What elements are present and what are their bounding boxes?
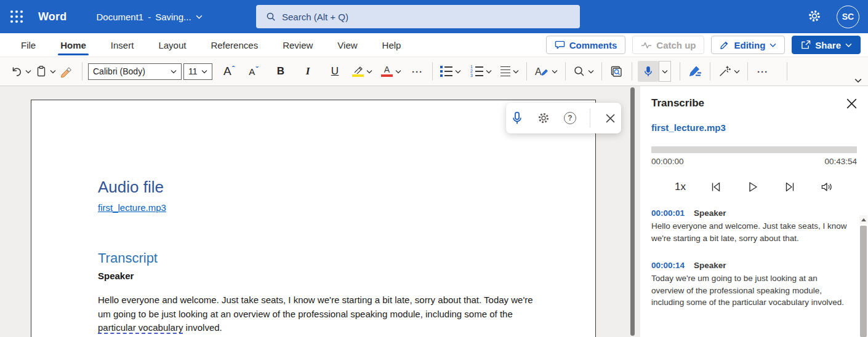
chevron-down-icon <box>196 15 203 19</box>
magnifier-icon <box>573 65 585 77</box>
svg-text:A: A <box>535 66 542 77</box>
numbered-list-button[interactable]: 1 2 3 <box>468 61 494 82</box>
paste-button[interactable] <box>33 61 58 82</box>
play-button[interactable] <box>747 180 760 193</box>
font-size-select[interactable]: 11 <box>183 63 212 80</box>
dictation-settings-button[interactable] <box>537 111 550 125</box>
bullet-list-button[interactable] <box>438 61 463 82</box>
chevron-down-icon <box>552 69 558 74</box>
current-time: 00:00:00 <box>651 157 684 166</box>
tab-insert[interactable]: Insert <box>98 33 147 57</box>
audio-file-heading: Audio file <box>98 178 528 197</box>
catch-up-button[interactable]: Catch up <box>632 36 704 54</box>
save-status: Saving... <box>155 12 191 22</box>
grow-font-button[interactable]: A ˆ <box>220 61 238 82</box>
entry-timestamp[interactable]: 00:00:14 <box>651 261 685 270</box>
audio-file-link[interactable]: first_lecture.mp3 <box>98 202 166 213</box>
playback-speed-button[interactable]: 1x <box>675 181 686 193</box>
app-launcher-waffle-icon[interactable] <box>0 0 33 33</box>
panel-scrollbar[interactable] <box>859 215 867 337</box>
question-mark-icon: ? <box>564 112 576 124</box>
alignment-button[interactable] <box>499 61 521 82</box>
transcript-entry-list: 00:00:01 Speaker Hello everyone and welc… <box>651 208 857 309</box>
skip-back-icon <box>710 181 722 193</box>
editor-button[interactable] <box>686 61 704 82</box>
search-input[interactable]: Search (Alt + Q) <box>256 5 580 28</box>
document-page[interactable]: Audio file first_lecture.mp3 Transcript … <box>31 100 596 337</box>
panel-title: Transcribe <box>651 97 704 109</box>
bullet-list-icon <box>440 66 452 77</box>
tab-help[interactable]: Help <box>370 33 414 57</box>
italic-button[interactable]: I <box>299 61 317 82</box>
more-font-options-button[interactable]: ··· <box>408 61 427 82</box>
font-color-button[interactable]: A <box>379 61 403 82</box>
volume-button[interactable] <box>821 180 834 193</box>
panel-close-icon[interactable] <box>846 98 857 109</box>
dictate-mic-button[interactable] <box>510 111 524 125</box>
comment-bubble-icon <box>555 40 565 50</box>
entry-text[interactable]: Today we're um going to be just looking … <box>651 272 850 309</box>
forward-button[interactable] <box>784 180 797 193</box>
document-title-menu[interactable]: Document1 - Saving... <box>96 12 202 22</box>
playback-controls: 1x <box>651 180 857 193</box>
transcript-entry[interactable]: 00:00:01 Speaker Hello everyone and welc… <box>651 208 857 244</box>
tab-review[interactable]: Review <box>270 33 325 57</box>
tab-view[interactable]: View <box>325 33 369 57</box>
entry-speaker: Speaker <box>694 261 726 270</box>
editor-suggestion-underline[interactable]: particular vocabulary <box>98 322 183 333</box>
dictation-help-button[interactable]: ? <box>563 111 577 125</box>
styles-button[interactable]: A <box>532 61 560 82</box>
navigation-pane-button[interactable] <box>608 61 626 82</box>
format-painter-button[interactable] <box>58 61 76 82</box>
tab-layout[interactable]: Layout <box>146 33 198 57</box>
add-ins-button[interactable] <box>716 61 742 82</box>
dictation-close-button[interactable] <box>603 111 617 125</box>
collapse-ribbon-chevron-icon[interactable] <box>854 78 862 83</box>
chevron-down-icon <box>171 69 177 74</box>
document-scrollbar-thumb[interactable] <box>630 87 635 336</box>
settings-gear-icon[interactable] <box>807 9 823 25</box>
app-top-bar: Word Document1 - Saving... Search (Alt +… <box>0 0 868 33</box>
document-scrollbar[interactable] <box>630 86 635 337</box>
tab-references[interactable]: References <box>198 33 270 57</box>
tab-file[interactable]: File <box>9 33 48 57</box>
pulse-icon <box>641 41 652 49</box>
panel-audio-file-link[interactable]: first_lecture.mp3 <box>651 122 857 133</box>
comments-button[interactable]: Comments <box>546 36 626 54</box>
pencil-icon <box>720 40 729 50</box>
panel-scroll-up-button[interactable] <box>859 215 867 224</box>
skip-forward-icon <box>784 181 796 193</box>
rewind-button[interactable] <box>710 180 723 193</box>
app-name: Word <box>38 10 66 23</box>
panel-scrollbar-thumb[interactable] <box>860 226 867 337</box>
share-button[interactable]: Share <box>792 36 861 54</box>
scroll-up-arrow-icon <box>861 218 866 221</box>
dictate-dropdown-button[interactable] <box>659 61 671 82</box>
editing-mode-button[interactable]: Editing <box>711 36 785 54</box>
highlighter-pen-icon <box>353 66 364 74</box>
shrink-font-button[interactable]: A ˇ <box>244 61 263 82</box>
transcript-entry[interactable]: 00:00:14 Speaker Today we're um going to… <box>651 261 857 309</box>
more-ribbon-options-button[interactable]: ··· <box>753 61 772 82</box>
font-name-select[interactable]: Calibri (Body) <box>88 63 182 80</box>
undo-button[interactable] <box>9 61 33 82</box>
underline-button[interactable]: U <box>326 61 344 82</box>
chevron-down-icon <box>662 69 668 74</box>
entry-text[interactable]: Hello everyone and welcome. Just take se… <box>651 220 850 244</box>
search-placeholder: Search (Alt + Q) <box>282 12 348 22</box>
search-icon <box>266 12 276 22</box>
dictate-button[interactable] <box>638 61 659 82</box>
numbered-list-icon: 1 2 3 <box>470 66 483 77</box>
chevron-down-icon <box>25 69 31 74</box>
bold-button[interactable]: B <box>271 61 290 82</box>
ribbon-tabs: File Home Insert Layout References Revie… <box>9 33 413 57</box>
tab-home[interactable]: Home <box>48 33 98 57</box>
find-button[interactable] <box>571 61 596 82</box>
speaker-volume-icon <box>821 181 834 193</box>
document-title: Document1 <box>96 12 143 22</box>
audio-progress-bar[interactable] <box>651 146 857 153</box>
total-time: 00:43:54 <box>824 157 857 166</box>
highlight-color-button[interactable] <box>350 61 374 82</box>
entry-timestamp[interactable]: 00:00:01 <box>651 208 685 218</box>
account-avatar[interactable]: SC <box>837 6 859 28</box>
